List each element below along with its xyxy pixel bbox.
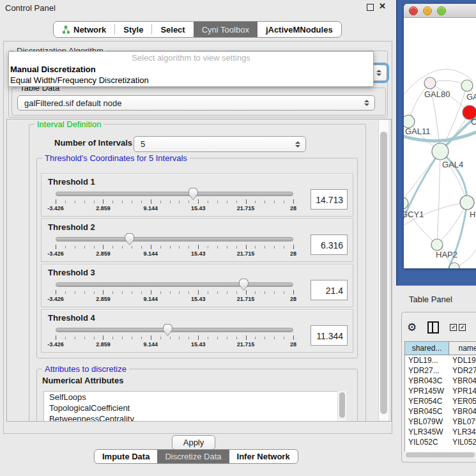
- tab-label: Select: [160, 25, 185, 35]
- table-row[interactable]: YPR145WYPR145W: [405, 386, 476, 396]
- slider-thumb[interactable]: [188, 188, 198, 200]
- threshold-value-field[interactable]: 21.4: [311, 280, 348, 300]
- threshold-slider[interactable]: -3.4262.8599.14415.4321.71528: [56, 192, 293, 213]
- float-window-icon[interactable]: [367, 4, 374, 11]
- attribute-list-item[interactable]: BetweennessCentrality: [44, 413, 346, 422]
- top-tab-bar: NetworkStyleSelectCyni ToolboxjActiveMNo…: [53, 21, 342, 38]
- tab-style[interactable]: Style: [115, 22, 151, 37]
- network-node-label: H: [470, 210, 475, 219]
- settings-panel-scrollbar[interactable]: [378, 120, 388, 420]
- slider-thumb[interactable]: [239, 279, 249, 291]
- network-node-ga[interactable]: [461, 80, 473, 91]
- network-window[interactable]: GAL80GACGAL11GAL4GCY1HHAP2: [404, 4, 476, 268]
- tab-network[interactable]: Network: [54, 22, 114, 37]
- table-row[interactable]: YBL079WYBL079W: [405, 417, 476, 427]
- slider-thumb[interactable]: [163, 324, 173, 336]
- attribute-list-item[interactable]: SelfLoops: [44, 392, 346, 403]
- select-columns-checkboxes[interactable]: ✓ ✓: [450, 324, 466, 331]
- threshold-row: Threshold 4-3.4262.8599.14415.4321.71528…: [41, 309, 353, 353]
- slider-scale-label: 2.859: [96, 296, 111, 302]
- minimize-traffic-light-icon[interactable]: [423, 6, 432, 15]
- number-of-intervals-label: Number of Intervals: [54, 138, 132, 148]
- slider-scale-label: 15.43: [191, 205, 206, 211]
- tab-cyni-toolbox[interactable]: Cyni Toolbox: [194, 22, 257, 37]
- checkbox-icon[interactable]: ✓: [459, 324, 466, 331]
- table-row[interactable]: YIL052CYIL052C: [405, 437, 476, 447]
- threshold-value-field[interactable]: 14.713: [311, 189, 348, 210]
- table-row[interactable]: YBR043CYBR043C: [405, 376, 476, 386]
- attributes-group-title: Attributes to discretize: [42, 364, 129, 374]
- slider-scale-label: 15.43: [191, 250, 206, 257]
- network-node-gal80[interactable]: [424, 77, 436, 89]
- combo-spinner-icon: [364, 100, 369, 106]
- table-row[interactable]: YBR045CYBR045C: [405, 406, 476, 417]
- threshold-slider[interactable]: -3.4262.8599.14415.4321.71528: [56, 282, 293, 304]
- close-traffic-light-icon[interactable]: [409, 6, 418, 15]
- combo-spinner-icon: [295, 141, 300, 148]
- attributes-list-scrollbar[interactable]: [337, 391, 346, 422]
- table-cell: YER054C: [449, 396, 476, 406]
- tab-discretize-data[interactable]: Discretize Data: [157, 450, 229, 463]
- columns-icon[interactable]: [427, 321, 439, 334]
- numerical-attributes-list[interactable]: SelfLoopsTopologicalCoefficientBetweenne…: [43, 391, 346, 422]
- table-data-combobox-value: galFiltered.sif default node: [24, 98, 121, 108]
- network-window-frame: GAL80GACGAL11GAL4GCY1HHAP2: [396, 0, 476, 286]
- network-graph: GAL80GACGAL11GAL4GCY1HHAP2: [404, 18, 476, 268]
- table-row[interactable]: YER054CYER054C: [405, 396, 476, 406]
- algorithm-option[interactable]: Manual Discretization: [9, 64, 373, 75]
- threshold-label: Threshold 3: [48, 268, 95, 277]
- table-cell: YDL19...: [449, 355, 476, 365]
- tab-jactivemnodules[interactable]: jActiveMNodules: [257, 22, 341, 37]
- table-cell: YPR145W: [405, 386, 449, 396]
- network-node-label: GAL80: [424, 89, 450, 99]
- table-cell: YBL079W: [449, 417, 476, 427]
- thresholds-group: Threshold's Coordinates for 5 Intervals …: [36, 158, 358, 358]
- table-row[interactable]: YLR345WYLR345W: [405, 427, 476, 437]
- table-row[interactable]: YDL19...YDL19...: [405, 355, 476, 365]
- table-horizontal-scrollbar[interactable]: [404, 452, 476, 458]
- table-data-combobox[interactable]: galFiltered.sif default node: [17, 95, 375, 111]
- table-column-header[interactable]: shared...: [405, 342, 449, 355]
- threshold-slider[interactable]: -3.4262.8599.14415.4321.71528: [56, 237, 293, 259]
- zoom-traffic-light-icon[interactable]: [437, 6, 446, 15]
- close-icon[interactable]: ✕: [379, 1, 386, 11]
- apply-button[interactable]: Apply: [172, 435, 215, 450]
- number-of-intervals-combobox[interactable]: 5: [134, 136, 306, 152]
- algorithm-dropdown-popup: Select algorithm to view settings Manual…: [8, 51, 374, 87]
- screen: Control Panel ✕ NetworkStyleSelectCyni T…: [0, 0, 476, 476]
- slider-scale-label: 9.144: [144, 296, 158, 302]
- threshold-label: Threshold 4: [48, 313, 95, 323]
- attribute-list-item[interactable]: TopologicalCoefficient: [44, 403, 346, 413]
- table-cell: YDR27...: [405, 365, 449, 376]
- network-node-hap2[interactable]: [431, 239, 443, 250]
- slider-scale-label: -3.426: [47, 250, 64, 257]
- checkbox-icon[interactable]: ✓: [450, 324, 457, 331]
- combo-spinner-icon: [376, 70, 381, 76]
- slider-scale-label: 2.859: [96, 341, 111, 348]
- network-node-gal4[interactable]: [432, 143, 449, 160]
- threshold-value-field[interactable]: 6.316: [311, 234, 348, 255]
- tab-select[interactable]: Select: [152, 22, 193, 37]
- control-panel-title: Control Panel: [5, 3, 56, 13]
- threshold-value-field[interactable]: 11.344: [311, 325, 348, 346]
- network-node-label: GCY1: [404, 210, 424, 219]
- gear-icon[interactable]: ⚙: [407, 322, 417, 333]
- tab-infer-network[interactable]: Infer Network: [229, 450, 298, 463]
- node-table[interactable]: shared...name YDL19...YDL19...YDR27...YD…: [404, 341, 476, 452]
- table-column-header[interactable]: name: [449, 342, 476, 355]
- network-node-gal11[interactable]: [404, 115, 415, 128]
- table-row[interactable]: YDR27...YDR27...: [405, 365, 476, 376]
- table-cell: YIL052C: [405, 437, 449, 447]
- network-node-h[interactable]: [460, 196, 474, 210]
- slider-track: [56, 282, 293, 287]
- network-canvas[interactable]: GAL80GACGAL11GAL4GCY1HHAP2: [404, 18, 476, 268]
- threshold-slider[interactable]: -3.4262.8599.14415.4321.71528: [56, 328, 293, 349]
- slider-thumb[interactable]: [125, 233, 134, 245]
- network-node-label: GA: [466, 92, 476, 102]
- algorithm-option[interactable]: Equal Width/Frequency Discretization: [9, 75, 373, 86]
- interval-definition-group-title: Interval Definition: [35, 119, 104, 129]
- table-cell: YLR345W: [449, 427, 476, 437]
- network-icon: [62, 25, 70, 35]
- tab-impute-data[interactable]: Impute Data: [95, 450, 157, 463]
- network-window-titlebar[interactable]: [404, 4, 476, 18]
